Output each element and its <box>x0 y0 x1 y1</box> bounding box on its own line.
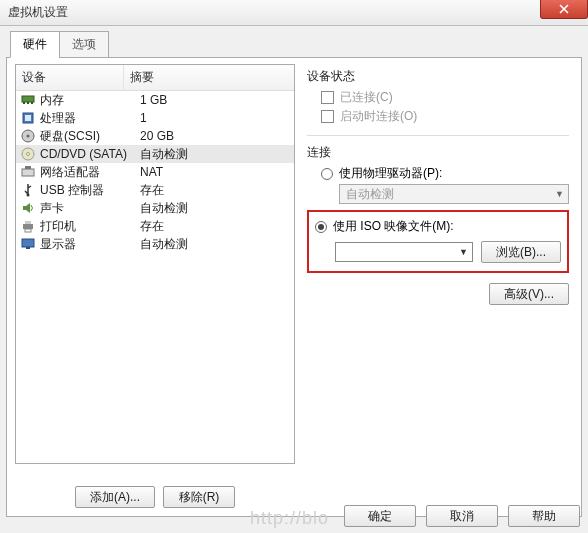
browse-button[interactable]: 浏览(B)... <box>481 241 561 263</box>
svg-rect-15 <box>25 229 31 232</box>
checkbox-connect-power <box>321 110 334 123</box>
dialog-footer: 确定 取消 帮助 <box>344 505 580 527</box>
iso-path-combo[interactable]: ▼ <box>335 242 473 262</box>
ok-button[interactable]: 确定 <box>344 505 416 527</box>
tab-hardware[interactable]: 硬件 <box>10 31 60 58</box>
column-device[interactable]: 设备 <box>16 65 124 90</box>
svg-rect-16 <box>22 239 34 247</box>
add-button[interactable]: 添加(A)... <box>75 486 155 508</box>
device-name: 内存 <box>40 92 140 109</box>
device-buttons: 添加(A)... 移除(R) <box>15 486 295 508</box>
label-use-iso: 使用 ISO 映像文件(M): <box>333 218 454 235</box>
device-list-header: 设备 摘要 <box>16 65 294 91</box>
window-title: 虚拟机设置 <box>8 4 68 21</box>
group-device-status: 设备状态 <box>307 68 569 85</box>
nic-icon <box>20 165 36 179</box>
device-summary: 自动检测 <box>140 236 290 253</box>
device-row[interactable]: 处理器1 <box>16 109 294 127</box>
device-summary: 存在 <box>140 218 290 235</box>
cpu-icon <box>20 111 36 125</box>
group-connection: 连接 <box>307 144 569 161</box>
device-name: 显示器 <box>40 236 140 253</box>
svg-point-12 <box>27 194 30 197</box>
svg-rect-17 <box>26 247 30 249</box>
close-icon <box>559 4 569 14</box>
svg-rect-14 <box>25 221 31 224</box>
checkbox-connected <box>321 91 334 104</box>
iso-path-row: ▼ 浏览(B)... <box>335 241 561 263</box>
chevron-down-icon: ▼ <box>555 189 564 199</box>
radio-use-iso[interactable] <box>315 221 327 233</box>
radio-use-physical[interactable] <box>321 168 333 180</box>
device-name: 处理器 <box>40 110 140 127</box>
svg-rect-10 <box>22 169 34 176</box>
memory-icon <box>20 93 36 107</box>
svg-rect-0 <box>22 96 34 102</box>
separator <box>307 135 569 136</box>
device-list: 设备 摘要 内存1 GB处理器1硬盘(SCSI)20 GBCD/DVD (SAT… <box>15 64 295 464</box>
label-connect-power: 启动时连接(O) <box>340 108 417 125</box>
device-row[interactable]: 打印机存在 <box>16 217 294 235</box>
device-settings: 设备状态 已连接(C) 启动时连接(O) 连接 使用物理驱动器(P): 自动检测… <box>305 64 573 476</box>
device-summary: 自动检测 <box>140 200 290 217</box>
device-row[interactable]: 显示器自动检测 <box>16 235 294 253</box>
usb-icon <box>20 183 36 197</box>
device-row[interactable]: 硬盘(SCSI)20 GB <box>16 127 294 145</box>
physical-drive-dropdown: 自动检测 ▼ <box>339 184 569 204</box>
device-summary: 存在 <box>140 182 290 199</box>
titlebar: 虚拟机设置 <box>0 0 588 26</box>
close-button[interactable] <box>540 0 588 19</box>
device-row[interactable]: 声卡自动检测 <box>16 199 294 217</box>
remove-button[interactable]: 移除(R) <box>163 486 235 508</box>
row-connected: 已连接(C) <box>321 89 569 106</box>
tabstrip: 硬件 选项 <box>10 30 582 57</box>
label-use-physical: 使用物理驱动器(P): <box>339 165 442 182</box>
label-connected: 已连接(C) <box>340 89 393 106</box>
row-use-physical[interactable]: 使用物理驱动器(P): <box>321 165 569 182</box>
device-name: 声卡 <box>40 200 140 217</box>
highlight-box: 使用 ISO 映像文件(M): ▼ 浏览(B)... <box>307 210 569 273</box>
tab-options[interactable]: 选项 <box>59 31 109 58</box>
advanced-button[interactable]: 高级(V)... <box>489 283 569 305</box>
device-name: 网络适配器 <box>40 164 140 181</box>
device-summary: 自动检测 <box>140 146 290 163</box>
svg-rect-11 <box>25 166 31 169</box>
device-row[interactable]: 网络适配器NAT <box>16 163 294 181</box>
printer-icon <box>20 219 36 233</box>
svg-rect-1 <box>23 102 25 104</box>
chevron-down-icon: ▼ <box>459 247 468 257</box>
svg-rect-5 <box>25 115 31 121</box>
physical-drive-value: 自动检测 <box>346 186 394 203</box>
device-summary: NAT <box>140 165 290 179</box>
device-summary: 20 GB <box>140 129 290 143</box>
device-summary: 1 GB <box>140 93 290 107</box>
device-name: USB 控制器 <box>40 182 140 199</box>
svg-rect-2 <box>27 102 29 104</box>
display-icon <box>20 237 36 251</box>
device-row[interactable]: 内存1 GB <box>16 91 294 109</box>
row-connect-power: 启动时连接(O) <box>321 108 569 125</box>
advanced-row: 高级(V)... <box>307 283 569 305</box>
dialog-body: 硬件 选项 设备 摘要 内存1 GB处理器1硬盘(SCSI)20 GBCD/DV… <box>0 26 588 533</box>
device-list-body[interactable]: 内存1 GB处理器1硬盘(SCSI)20 GBCD/DVD (SATA)自动检测… <box>16 91 294 463</box>
cancel-button[interactable]: 取消 <box>426 505 498 527</box>
device-name: 打印机 <box>40 218 140 235</box>
disk-icon <box>20 129 36 143</box>
device-name: CD/DVD (SATA) <box>40 147 140 161</box>
svg-rect-3 <box>31 102 33 104</box>
device-row[interactable]: CD/DVD (SATA)自动检测 <box>16 145 294 163</box>
column-summary[interactable]: 摘要 <box>124 65 294 90</box>
device-summary: 1 <box>140 111 290 125</box>
svg-point-7 <box>27 135 30 138</box>
svg-point-9 <box>27 153 30 156</box>
device-name: 硬盘(SCSI) <box>40 128 140 145</box>
help-button[interactable]: 帮助 <box>508 505 580 527</box>
tab-panel-hardware: 设备 摘要 内存1 GB处理器1硬盘(SCSI)20 GBCD/DVD (SAT… <box>6 57 582 517</box>
device-row[interactable]: USB 控制器存在 <box>16 181 294 199</box>
cd-icon <box>20 147 36 161</box>
svg-rect-13 <box>23 224 33 229</box>
sound-icon <box>20 201 36 215</box>
row-use-iso[interactable]: 使用 ISO 映像文件(M): <box>315 218 561 235</box>
